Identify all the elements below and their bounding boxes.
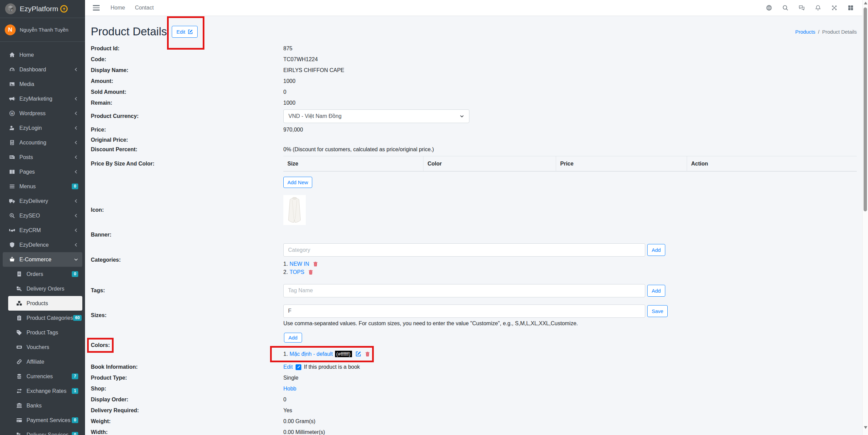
sidebar-item-posts[interactable]: Posts [3, 150, 82, 164]
vertical-scrollbar[interactable] [862, 0, 868, 435]
sidebar-item-banks[interactable]: Banks [8, 398, 82, 413]
edit-button[interactable]: Edit [172, 26, 198, 38]
sidebar-item-ezycrm[interactable]: EzyCRM [3, 223, 82, 238]
coins-icon [16, 373, 22, 379]
edit-checkbox-icon[interactable] [296, 364, 301, 370]
sidebar-item-accounting[interactable]: Accounting [3, 135, 82, 150]
sidebar-item-ezydelivery[interactable]: EzyDelivery [3, 194, 82, 208]
category-item-link[interactable]: TOPS [289, 269, 304, 275]
sidebar-item-label: Product Tags [27, 330, 58, 336]
category-input[interactable] [283, 243, 645, 257]
sidebar-item-affiliate[interactable]: Affiliate [8, 354, 82, 369]
clipboard-icon [16, 315, 22, 321]
sidebar-item-ezylogin[interactable]: EzyLogin [3, 121, 82, 135]
sidebar-item-vouchers[interactable]: Vouchers [8, 340, 82, 354]
book-edit-link[interactable]: Edit [283, 364, 293, 370]
topbar-link-home[interactable]: Home [111, 5, 125, 11]
credit-card-icon [16, 417, 22, 423]
sizes-input[interactable] [283, 304, 645, 318]
sidebar-item-e-commerce[interactable]: E-Commerce [3, 252, 82, 267]
field-row-delivery-required: Delivery Required: Yes [91, 405, 857, 416]
sidebar-item-menus[interactable]: Menus0 [3, 179, 82, 194]
sidebar-item-wordpress[interactable]: WWordpress [3, 106, 82, 121]
sidebar-item-delivery-services[interactable]: Delivery Services0 [8, 428, 82, 435]
sidebar-item-label: EzyCRM [19, 227, 41, 233]
color-add-button[interactable]: Add [284, 333, 302, 343]
field-row-shop: Shop: Hobb [91, 383, 857, 394]
sidebar-item-ezymarketing[interactable]: EzyMarketing [3, 91, 82, 106]
breadcrumb-link-products[interactable]: Products [795, 29, 815, 35]
sidebar-item-product-tags[interactable]: Product Tags [8, 325, 82, 340]
sidebar-item-products[interactable]: Products [8, 296, 82, 311]
category-add-button[interactable]: Add [647, 244, 665, 256]
sidebar-item-currencies[interactable]: Currencies7 [8, 369, 82, 384]
count-badge: 0 [72, 417, 78, 423]
product-icon-image[interactable] [283, 195, 306, 225]
color-edit-icon[interactable] [355, 351, 361, 357]
shop-link[interactable]: Hobb [283, 386, 296, 392]
field-value: 0 [283, 89, 857, 95]
field-value: EIRLYS CHIFFON CAPE [283, 67, 857, 73]
field-row-colors: Colors: Add 1. Mặc định - default (#ffff… [91, 329, 857, 362]
chevron-left-icon [74, 199, 78, 203]
sidebar-item-orders[interactable]: Orders0 [8, 267, 82, 281]
breadcrumb-current: Product Details [822, 29, 857, 35]
sidebar-item-payment-services[interactable]: Payment Services0 [8, 413, 82, 428]
sidebar-item-delivery-orders[interactable]: Delivery Orders [8, 281, 82, 296]
field-value: 1000 [283, 78, 857, 84]
comments-icon[interactable] [799, 5, 805, 11]
add-new-button[interactable]: Add New [283, 177, 312, 188]
sidebar-item-pages[interactable]: Pages [3, 164, 82, 179]
sidebar-item-home[interactable]: Home [3, 48, 82, 62]
scrollbar-up-arrow-icon[interactable] [864, 2, 867, 4]
sizes-save-button[interactable]: Save [647, 305, 668, 317]
globe-icon[interactable] [766, 5, 772, 11]
user-name: Nguyễn Thanh Tuyền [20, 27, 68, 33]
hamburger-menu-icon[interactable] [93, 5, 100, 11]
chevron-left-icon [74, 67, 78, 72]
sidebar-item-label: EzyDelivery [19, 198, 48, 204]
sidebar-item-media[interactable]: Media [3, 77, 82, 91]
category-item-link[interactable]: NEW IN [289, 261, 309, 267]
bank-icon [16, 403, 22, 408]
bell-icon[interactable] [815, 5, 821, 11]
table-header-price: Price [556, 156, 687, 171]
currency-select[interactable]: VND - Việt Nam Đồng [283, 109, 469, 123]
calculator-icon [9, 140, 15, 145]
field-row-sizes: Sizes: Save Use comma-separated values. … [91, 302, 857, 329]
sidebar-item-product-categories[interactable]: Product Categories60 [8, 311, 82, 325]
category-delete-icon[interactable] [313, 261, 318, 267]
category-item-index: 1. [283, 261, 288, 267]
user-panel[interactable]: N Nguyễn Thanh Tuyền [0, 18, 85, 42]
field-value: Single [283, 375, 857, 381]
topbar-link-contact[interactable]: Contact [135, 5, 154, 11]
row-add-new: Add New [91, 173, 857, 191]
brand[interactable]: Z EzyPlatform [0, 0, 85, 18]
page-title: Product Details [91, 25, 167, 38]
sidebar-item-exchange-rates[interactable]: Exchange Rates1 [8, 384, 82, 398]
field-row-icon: Icon: [91, 191, 857, 229]
sidebar-item-dashboard[interactable]: Dashboard [3, 62, 82, 77]
tag-input[interactable] [283, 284, 645, 297]
main-area: Home Contact Product Details Edit Produc… [85, 0, 862, 435]
color-item-link[interactable]: Mặc định - default [289, 351, 333, 357]
field-label: Remain: [91, 100, 283, 106]
color-delete-icon[interactable] [365, 351, 370, 357]
category-list-item: 2.TOPS [283, 268, 857, 276]
scrollbar-thumb[interactable] [864, 7, 867, 211]
columns-icon [9, 169, 15, 175]
basket-icon [9, 257, 15, 262]
grid-icon[interactable] [848, 5, 854, 11]
category-delete-icon[interactable] [308, 269, 313, 275]
sidebar-item-ezydefence[interactable]: EzyDefence [3, 238, 82, 252]
expand-icon[interactable] [831, 5, 837, 11]
scrollbar-down-arrow-icon[interactable] [864, 426, 867, 429]
search-icon[interactable] [782, 5, 788, 11]
sidebar-item-ezyseo[interactable]: EzySEO [3, 208, 82, 223]
chevron-left-icon [74, 213, 78, 218]
field-value: 0.00 Millimeter(s) [283, 429, 857, 435]
sidebar-item-label: E-Commerce [19, 257, 51, 263]
bars-icon [9, 184, 15, 189]
field-label: Shop: [91, 386, 283, 392]
tag-add-button[interactable]: Add [647, 285, 665, 297]
